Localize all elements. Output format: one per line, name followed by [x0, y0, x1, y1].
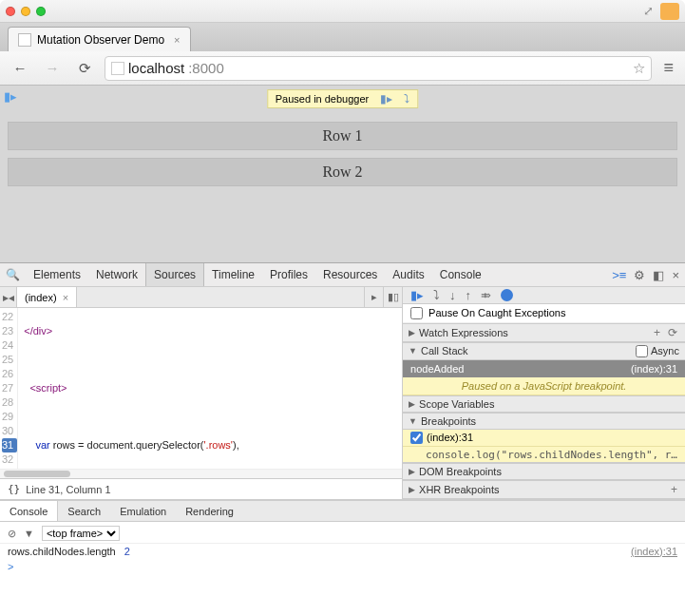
clear-console-button[interactable]: ⊘ — [8, 528, 16, 540]
back-button[interactable]: ← — [8, 56, 32, 81]
step-into-button[interactable]: ↓ — [449, 288, 456, 302]
call-stack-header[interactable]: ▼ Call Stack Async — [403, 342, 685, 360]
step-over-button[interactable]: ⤵ — [433, 288, 440, 302]
browser-tab[interactable]: Mutation Observer Demo × — [8, 27, 191, 51]
filter-icon[interactable]: ▼ — [24, 528, 34, 539]
chevron-right-icon: ▶ — [409, 328, 415, 337]
bookmark-star-icon[interactable]: ☆ — [633, 60, 645, 77]
tab-sources[interactable]: Sources — [145, 263, 204, 286]
devtools-close-icon[interactable]: × — [672, 268, 679, 282]
tab-resources[interactable]: Resources — [315, 263, 385, 286]
breakpoint-preview: console.log("rows.childNodes.length", r… — [403, 447, 685, 464]
debugger-pause-banner: Paused in debugger ▮▸ ⤵ — [267, 89, 418, 108]
add-xhr-breakpoint-button[interactable]: + — [669, 483, 679, 496]
minimize-window-button[interactable] — [21, 7, 30, 16]
chevron-down-icon: ▼ — [409, 346, 417, 356]
tab-console[interactable]: Console — [432, 263, 489, 286]
file-tab[interactable]: (index) × — [17, 287, 77, 307]
chevron-down-icon: ▼ — [409, 416, 417, 426]
content-row: Row 1 — [8, 122, 677, 150]
add-watch-button[interactable]: + — [652, 326, 662, 339]
cursor-position: Line 31, Column 1 — [26, 484, 110, 495]
async-checkbox[interactable] — [636, 345, 648, 357]
step-out-button[interactable]: ↑ — [466, 288, 472, 302]
chevron-right-icon: ▶ — [409, 399, 415, 409]
content-row: Row 2 — [8, 158, 677, 186]
settings-icon[interactable]: ⚙ — [634, 268, 645, 282]
frame-selector[interactable]: <top frame> — [42, 526, 120, 541]
line-gutter[interactable]: 22 23 24 25 26 27 28 29 30 31 32 33 34 3… — [0, 308, 18, 469]
macos-titlebar: ⤢ — [0, 0, 685, 23]
breakpoint-marker: 31 — [2, 438, 17, 452]
forward-button[interactable]: → — [40, 56, 65, 81]
code-editor[interactable]: 22 23 24 25 26 27 28 29 30 31 32 33 34 3… — [0, 308, 402, 469]
chevron-right-icon: ▶ — [409, 485, 415, 494]
close-window-button[interactable] — [6, 7, 15, 16]
console-panel: ⊘ ▼ <top frame> rows.childNodes.length 2… — [0, 521, 685, 576]
drawer-tab-console[interactable]: Console — [0, 501, 58, 521]
browser-tabstrip: Mutation Observer Demo × — [0, 23, 685, 51]
drawer-tab-search[interactable]: Search — [58, 501, 110, 521]
debugger-sidebar: ▮▸ ⤵ ↓ ↑ ⤃ Pause On Caught Exceptions ▶ … — [403, 287, 685, 499]
editor-statusbar: {} Line 31, Column 1 — [0, 478, 402, 499]
zoom-window-button[interactable] — [36, 7, 46, 16]
page-viewport: ▮▸ Paused in debugger ▮▸ ⤵ Row 1 Row 2 — [0, 86, 685, 262]
drawer-tabstrip: Console Search Emulation Rendering — [0, 500, 685, 521]
url-port: :8000 — [188, 60, 224, 76]
drawer-toggle-icon[interactable]: >≡ — [612, 268, 626, 282]
devtools-body: ▸◂ (index) × ▸ ▮▯ 22 23 24 25 26 27 28 2… — [0, 287, 685, 500]
fullscreen-icon[interactable]: ⤢ — [640, 4, 656, 18]
app-icon — [660, 3, 679, 20]
banner-resume-button[interactable]: ▮▸ — [380, 92, 392, 106]
scope-variables-header[interactable]: ▶ Scope Variables — [403, 395, 685, 413]
pause-on-exceptions-button[interactable] — [501, 289, 513, 301]
url-host: localhost — [128, 60, 184, 76]
code-text[interactable]: </div> <script> var rows = document.quer… — [18, 308, 402, 469]
deactivate-breakpoints-button[interactable]: ⤃ — [481, 288, 491, 302]
resume-overlay-button[interactable]: ▮▸ — [4, 89, 17, 104]
pause-banner-text: Paused in debugger — [276, 93, 369, 105]
console-prompt[interactable]: > — [0, 559, 685, 574]
sources-pane: ▸◂ (index) × ▸ ▮▯ 22 23 24 25 26 27 28 2… — [0, 287, 403, 499]
pause-on-caught-checkbox[interactable] — [410, 307, 423, 319]
file-tab-name: (index) — [25, 292, 57, 303]
tab-audits[interactable]: Audits — [385, 263, 431, 286]
tab-timeline[interactable]: Timeline — [204, 263, 262, 286]
breakpoint-entry[interactable]: (index):31 — [403, 430, 685, 447]
breakpoints-header[interactable]: ▼ Breakpoints — [403, 413, 685, 430]
file-history-button[interactable]: ▸ — [364, 287, 383, 307]
dom-breakpoints-header[interactable]: ▶ DOM Breakpoints — [403, 463, 685, 480]
tab-title: Mutation Observer Demo — [37, 33, 164, 47]
sidebar-toggle-button[interactable]: ▮▯ — [383, 287, 402, 307]
drawer-tab-rendering[interactable]: Rendering — [176, 501, 243, 521]
chevron-right-icon: ▶ — [409, 467, 415, 476]
console-log-row: rows.childNodes.length 2 (index):31 — [0, 544, 685, 559]
breakpoint-checkbox[interactable] — [410, 432, 423, 444]
file-tabstrip: ▸◂ (index) × ▸ ▮▯ — [0, 287, 402, 308]
xhr-breakpoints-header[interactable]: ▶ XHR Breakpoints + — [403, 480, 685, 499]
refresh-watch-button[interactable]: ⟳ — [666, 326, 679, 339]
close-file-button[interactable]: × — [63, 292, 68, 303]
close-tab-button[interactable]: × — [174, 34, 180, 46]
watch-expressions-header[interactable]: ▶ Watch Expressions + ⟳ — [403, 323, 685, 342]
call-stack-frame[interactable]: nodeAdded (index):31 — [403, 360, 685, 377]
chrome-menu-button[interactable]: ≡ — [659, 58, 677, 78]
pretty-print-button[interactable]: {} — [8, 483, 20, 495]
banner-step-button[interactable]: ⤵ — [404, 92, 409, 106]
console-message: rows.childNodes.length 2 — [8, 546, 631, 557]
address-bar[interactable]: localhost:8000 ☆ — [105, 56, 652, 81]
dock-icon[interactable]: ◧ — [653, 268, 664, 282]
resume-button[interactable]: ▮▸ — [410, 288, 424, 302]
traffic-lights — [6, 7, 46, 16]
horizontal-scrollbar[interactable] — [0, 469, 402, 478]
tab-network[interactable]: Network — [88, 263, 145, 286]
devtools-tabbar: 🔍 Elements Network Sources Timeline Prof… — [0, 262, 685, 287]
tab-elements[interactable]: Elements — [26, 263, 88, 286]
tab-profiles[interactable]: Profiles — [262, 263, 315, 286]
console-source-link[interactable]: (index):31 — [631, 546, 677, 557]
reload-button[interactable]: ⟳ — [72, 56, 97, 81]
inspect-icon[interactable]: 🔍 — [6, 268, 20, 281]
navigator-toggle-button[interactable]: ▸◂ — [0, 287, 17, 307]
drawer-tab-emulation[interactable]: Emulation — [110, 501, 176, 521]
pause-on-caught-row[interactable]: Pause On Caught Exceptions — [403, 304, 685, 323]
